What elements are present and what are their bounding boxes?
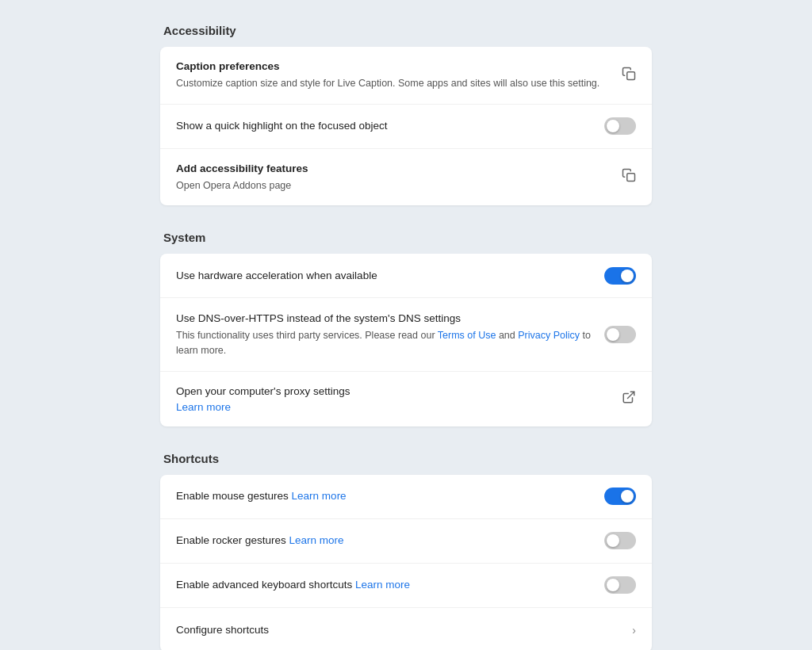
toggle-hardware-acceleration[interactable] bbox=[604, 267, 636, 285]
row-action-proxy-settings bbox=[622, 390, 636, 407]
row-hardware-acceleration: Use hardware acceleration when available bbox=[160, 254, 652, 298]
toggle-rocker-gestures[interactable] bbox=[604, 532, 636, 549]
row-content-dns-over-https: Use DNS-over-HTTPS instead of the system… bbox=[176, 311, 604, 358]
row-content-configure-shortcuts: Configure shortcuts bbox=[176, 622, 632, 638]
row-title-add-accessibility: Add accessibility features bbox=[176, 162, 609, 177]
row-title-rocker-gestures: Enable rocker gestures bbox=[176, 534, 289, 546]
row-desc-caption-preferences: Customize caption size and style for Liv… bbox=[176, 76, 609, 91]
row-proxy-settings[interactable]: Open your computer's proxy settings Lear… bbox=[160, 372, 652, 426]
row-action-quick-highlight bbox=[604, 117, 636, 135]
row-desc-add-accessibility: Open Opera Addons page bbox=[176, 178, 609, 193]
row-keyboard-shortcuts: Enable advanced keyboard shortcuts Learn… bbox=[160, 564, 652, 608]
row-title-hardware-acceleration: Use hardware acceleration when available bbox=[176, 270, 377, 281]
row-content-mouse-gestures: Enable mouse gestures Learn more bbox=[176, 488, 604, 504]
copy-icon-add-accessibility[interactable] bbox=[622, 168, 636, 185]
learn-more-proxy-settings[interactable]: Learn more bbox=[176, 401, 231, 413]
row-content-add-accessibility: Add accessibility featuresOpen Opera Add… bbox=[176, 162, 622, 193]
row-action-hardware-acceleration bbox=[604, 267, 636, 285]
section-title-shortcuts: Shortcuts bbox=[160, 452, 652, 465]
row-content-proxy-settings: Open your computer's proxy settings Lear… bbox=[176, 384, 622, 414]
terms-link[interactable]: Terms of Use bbox=[438, 330, 496, 341]
toggle-mouse-gestures[interactable] bbox=[604, 488, 636, 505]
learn-more-rocker-gestures[interactable]: Learn more bbox=[289, 534, 344, 546]
section-system: SystemUse hardware acceleration when ava… bbox=[160, 231, 652, 426]
row-title-caption-preferences: Caption preferences bbox=[176, 59, 609, 75]
row-title-keyboard-shortcuts: Enable advanced keyboard shortcuts bbox=[176, 579, 355, 591]
toggle-keyboard-shortcuts[interactable] bbox=[604, 576, 636, 594]
row-quick-highlight: Show a quick highlight on the focused ob… bbox=[160, 105, 652, 149]
row-add-accessibility[interactable]: Add accessibility featuresOpen Opera Add… bbox=[160, 149, 652, 206]
copy-icon-caption-preferences[interactable] bbox=[622, 67, 636, 84]
toggle-thumb-rocker-gestures bbox=[607, 534, 619, 547]
toggle-track-keyboard-shortcuts bbox=[604, 576, 636, 594]
learn-more-keyboard-shortcuts[interactable]: Learn more bbox=[355, 579, 410, 591]
row-action-dns-over-https bbox=[604, 326, 636, 343]
svg-line-2 bbox=[628, 392, 634, 398]
row-title-dns-over-https: Use DNS-over-HTTPS instead of the system… bbox=[176, 312, 461, 324]
row-rocker-gestures: Enable rocker gestures Learn more bbox=[160, 519, 652, 564]
row-action-mouse-gestures bbox=[604, 488, 636, 505]
toggle-thumb-keyboard-shortcuts bbox=[607, 579, 619, 591]
card-accessibility: Caption preferencesCustomize caption siz… bbox=[160, 47, 652, 205]
toggle-quick-highlight[interactable] bbox=[604, 117, 636, 135]
row-desc-dns-over-https: This functionality uses third party serv… bbox=[176, 328, 592, 358]
section-shortcuts: ShortcutsEnable mouse gestures Learn mor… bbox=[160, 452, 652, 650]
section-title-system: System bbox=[160, 231, 652, 244]
row-content-caption-preferences: Caption preferencesCustomize caption siz… bbox=[176, 59, 622, 91]
chevron-icon-configure-shortcuts: › bbox=[632, 624, 636, 637]
toggle-track-dns-over-https bbox=[604, 326, 636, 343]
card-shortcuts: Enable mouse gestures Learn moreEnable r… bbox=[160, 475, 652, 650]
toggle-track-quick-highlight bbox=[604, 117, 636, 135]
row-content-rocker-gestures: Enable rocker gestures Learn more bbox=[176, 533, 604, 549]
svg-rect-1 bbox=[627, 174, 635, 182]
learn-more-mouse-gestures[interactable]: Learn more bbox=[292, 490, 347, 502]
toggle-track-hardware-acceleration bbox=[604, 267, 636, 285]
row-content-quick-highlight: Show a quick highlight on the focused ob… bbox=[176, 118, 604, 134]
row-configure-shortcuts[interactable]: Configure shortcuts› bbox=[160, 608, 652, 650]
privacy-link[interactable]: Privacy Policy bbox=[518, 330, 580, 341]
row-action-configure-shortcuts: › bbox=[632, 624, 636, 637]
row-content-keyboard-shortcuts: Enable advanced keyboard shortcuts Learn… bbox=[176, 577, 604, 593]
row-action-add-accessibility bbox=[622, 168, 636, 185]
row-title-configure-shortcuts: Configure shortcuts bbox=[176, 624, 269, 636]
row-dns-over-https: Use DNS-over-HTTPS instead of the system… bbox=[160, 298, 652, 371]
svg-rect-0 bbox=[627, 72, 635, 80]
toggle-thumb-quick-highlight bbox=[607, 120, 619, 132]
section-title-accessibility: Accessibility bbox=[160, 24, 652, 37]
row-title-quick-highlight: Show a quick highlight on the focused ob… bbox=[176, 120, 387, 132]
toggle-thumb-mouse-gestures bbox=[621, 490, 634, 503]
external-icon-proxy-settings[interactable] bbox=[622, 390, 636, 407]
toggle-thumb-dns-over-https bbox=[607, 328, 619, 341]
toggle-track-mouse-gestures bbox=[604, 488, 636, 505]
section-accessibility: AccessibilityCaption preferencesCustomiz… bbox=[160, 24, 652, 205]
row-action-caption-preferences bbox=[622, 67, 636, 84]
toggle-track-rocker-gestures bbox=[604, 532, 636, 549]
row-content-hardware-acceleration: Use hardware acceleration when available bbox=[176, 268, 604, 284]
row-title-mouse-gestures: Enable mouse gestures bbox=[176, 490, 292, 502]
row-action-rocker-gestures bbox=[604, 532, 636, 549]
row-caption-preferences[interactable]: Caption preferencesCustomize caption siz… bbox=[160, 47, 652, 105]
toggle-dns-over-https[interactable] bbox=[604, 326, 636, 343]
row-title-proxy-settings: Open your computer's proxy settings bbox=[176, 384, 609, 400]
toggle-thumb-hardware-acceleration bbox=[621, 270, 634, 282]
row-action-keyboard-shortcuts bbox=[604, 576, 636, 594]
row-mouse-gestures: Enable mouse gestures Learn more bbox=[160, 475, 652, 519]
settings-page: AccessibilityCaption preferencesCustomiz… bbox=[144, 24, 668, 650]
card-system: Use hardware acceleration when available… bbox=[160, 254, 652, 426]
